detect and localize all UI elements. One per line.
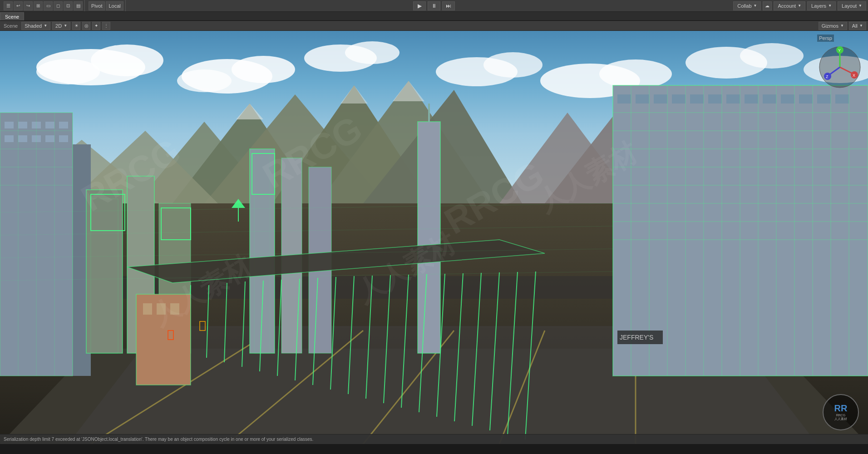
scene-view[interactable]: JEFFREY'S Y X Z RRCG RRCG RRCG 人人素材 人人素材…	[0, 31, 868, 444]
box-icon-btn[interactable]: ◻	[54, 1, 63, 10]
svg-rect-82	[636, 94, 649, 104]
gizmos-area: Gizmos ▼ All ▼	[819, 22, 866, 30]
fx-btn[interactable]: ✦	[92, 22, 100, 30]
step-button[interactable]: ⏭	[442, 1, 455, 10]
toolbar-group-pivot: Pivot Local	[87, 0, 126, 11]
redo-icon-btn[interactable]: ↪	[24, 1, 33, 10]
shading-dropdown[interactable]: Shaded ▼	[21, 22, 50, 30]
svg-point-10	[483, 52, 542, 78]
svg-rect-49	[18, 135, 27, 142]
layout-dropdown[interactable]: Layout ▼	[838, 1, 866, 10]
svg-rect-83	[654, 94, 667, 104]
tab-scene[interactable]: Scene	[0, 12, 24, 20]
svg-rect-47	[59, 122, 68, 128]
right-controls: Collab ▼ ☁ Account ▼ Layers ▼ Layout ▼	[733, 1, 866, 10]
svg-rect-46	[45, 122, 54, 128]
svg-point-14	[740, 43, 804, 69]
svg-rect-51	[45, 135, 54, 142]
svg-rect-86	[708, 94, 722, 104]
layers-dropdown-arrow: ▼	[828, 4, 832, 8]
account-dropdown-arrow: ▼	[798, 4, 801, 8]
svg-point-2	[91, 44, 163, 76]
cross-icon-btn[interactable]: ⊡	[64, 1, 73, 10]
skybox-btn[interactable]: ◎	[82, 22, 90, 30]
top-toolbar: ☰ ↩ ↪ ⊞ ▭ ◻ ⊡ ▤ Pivot Local ▶ ⏸ ⏭ Collab…	[0, 0, 868, 12]
scene-extras-btn[interactable]: ⋮	[102, 22, 110, 30]
svg-rect-88	[745, 94, 758, 104]
svg-point-12	[599, 59, 672, 89]
layout-dropdown-arrow: ▼	[858, 4, 862, 8]
gizmos-dropdown[interactable]: Gizmos ▼	[819, 22, 847, 30]
persp-label: Persp	[817, 35, 834, 42]
svg-rect-90	[781, 94, 794, 104]
svg-rect-44	[18, 122, 27, 128]
svg-rect-87	[726, 94, 740, 104]
tab-bar: Scene	[0, 12, 868, 21]
svg-point-8	[345, 41, 399, 64]
svg-point-6	[177, 69, 232, 92]
svg-text:Y: Y	[838, 48, 841, 53]
undo-icon-btn[interactable]: ↩	[14, 1, 23, 10]
svg-text:Z: Z	[826, 74, 829, 79]
all-dropdown[interactable]: All ▼	[849, 22, 866, 30]
svg-text:X: X	[853, 73, 855, 78]
cloud-icon-btn[interactable]: ☁	[763, 1, 772, 10]
toolbar-group-icons: ☰ ↩ ↪ ⊞ ▭ ◻ ⊡ ▤	[2, 0, 85, 11]
svg-text:JEFFREY'S: JEFFREY'S	[620, 334, 653, 341]
lighting-btn[interactable]: ☀	[72, 22, 80, 30]
status-message: Serialization depth limit 7 exceeded at …	[4, 437, 313, 442]
svg-rect-52	[59, 135, 68, 142]
svg-point-5	[232, 56, 295, 83]
pause-button[interactable]: ⏸	[428, 1, 440, 10]
scene-svg: JEFFREY'S Y X Z RRCG RRCG RRCG 人人素材 人人素材…	[0, 31, 868, 444]
status-bar: Serialization depth limit 7 exceeded at …	[0, 434, 868, 444]
dim-dropdown[interactable]: 2D ▼	[52, 22, 70, 30]
layers-icon-btn[interactable]: ▤	[74, 1, 83, 10]
svg-rect-89	[763, 94, 776, 104]
account-dropdown[interactable]: Account ▼	[774, 1, 805, 10]
svg-rect-85	[690, 94, 704, 104]
collab-dropdown[interactable]: Collab ▼	[733, 1, 761, 10]
scene-toolbar: Scene Shaded ▼ 2D ▼ ☀ ◎ ✦ ⋮ Gizmos ▼ All…	[0, 21, 868, 31]
svg-rect-91	[799, 94, 813, 104]
svg-rect-84	[672, 94, 686, 104]
menu-icon-btn[interactable]: ☰	[4, 1, 13, 10]
scene-window-label: Scene	[2, 23, 20, 29]
svg-rect-92	[817, 94, 831, 104]
rect-icon-btn[interactable]: ▭	[44, 1, 53, 10]
rrcg-logo-badge: RR RRCG 人人素材	[823, 394, 859, 430]
local-btn[interactable]: Local	[106, 1, 123, 10]
play-controls: ▶ ⏸ ⏭	[413, 1, 455, 10]
svg-point-3	[36, 59, 100, 84]
play-button[interactable]: ▶	[413, 1, 426, 10]
pivot-btn[interactable]: Pivot	[89, 1, 105, 10]
svg-rect-93	[835, 94, 849, 104]
collab-dropdown-arrow: ▼	[754, 4, 757, 8]
svg-rect-48	[5, 135, 14, 142]
layers-dropdown[interactable]: Layers ▼	[807, 1, 836, 10]
svg-rect-43	[5, 122, 14, 128]
svg-rect-81	[617, 94, 631, 104]
grid-icon-btn[interactable]: ⊞	[34, 1, 43, 10]
